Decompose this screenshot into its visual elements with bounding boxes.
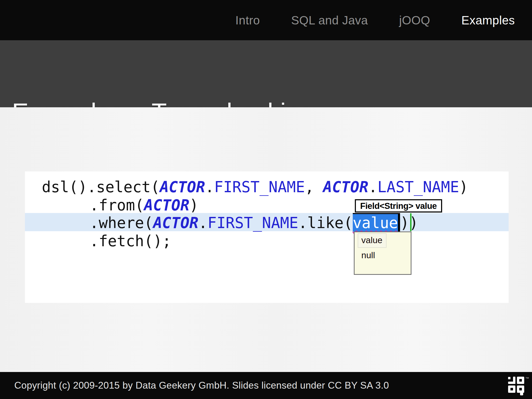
jooq-logo-o-hole bbox=[519, 379, 522, 382]
nav-item-jooq[interactable]: jOOQ bbox=[399, 13, 430, 27]
jooq-logo-o-tile bbox=[508, 385, 515, 393]
jooq-logo-j-tile bbox=[508, 377, 515, 384]
jooq-logo-j-dot bbox=[508, 377, 510, 379]
code-token-actor: ACTOR bbox=[144, 196, 190, 214]
code-token-first-name: FIRST_NAME bbox=[214, 178, 305, 196]
code-token: . bbox=[205, 178, 214, 196]
jooq-logo-o-tile bbox=[517, 377, 524, 384]
copyright-text: Copyright (c) 2009-2015 by Data Geekery … bbox=[14, 380, 389, 391]
jooq-logo-q-tail bbox=[520, 393, 523, 395]
nav-item-intro[interactable]: Intro bbox=[235, 13, 260, 27]
jooq-logo-q-tile bbox=[517, 385, 524, 393]
jooq-logo-q-hole bbox=[519, 388, 522, 390]
code-token-actor: ACTOR bbox=[323, 178, 369, 196]
code-editor-panel: dsl().select(ACTOR.FIRST_NAME, ACTOR.LAS… bbox=[25, 171, 509, 303]
top-nav-bar: Intro SQL and Java jOOQ Examples bbox=[0, 0, 532, 40]
autocomplete-item-value[interactable]: value bbox=[358, 233, 387, 248]
code-token: ) bbox=[189, 196, 198, 214]
code-token-actor: ACTOR bbox=[153, 214, 198, 232]
code-line: dsl().select(ACTOR.FIRST_NAME, ACTOR.LAS… bbox=[42, 178, 468, 196]
type-hover-tooltip: Field<String> value bbox=[355, 199, 442, 212]
nav-item-sql-and-java[interactable]: SQL and Java bbox=[291, 13, 368, 27]
code-token: ) bbox=[459, 178, 468, 196]
code-token: . bbox=[368, 178, 377, 196]
code-token: .like( bbox=[298, 214, 353, 232]
jooq-logo-j-base bbox=[508, 382, 515, 384]
jooq-logo-o-hole bbox=[510, 388, 513, 390]
jooq-logo: ™ bbox=[508, 377, 532, 397]
autocomplete-popup: value null bbox=[354, 231, 411, 275]
slide-header: Examples – Type checking bbox=[0, 40, 532, 107]
autocomplete-item-null[interactable]: null bbox=[361, 250, 375, 260]
code-line: .from(ACTOR) bbox=[90, 196, 198, 214]
slide-footer: Copyright (c) 2009-2015 by Data Geekery … bbox=[0, 372, 532, 399]
code-line-current: .where(ACTOR.FIRST_NAME.like(value)) bbox=[90, 214, 418, 232]
code-token: , bbox=[305, 178, 323, 196]
code-line: .fetch(); bbox=[90, 232, 171, 250]
code-token: .from( bbox=[90, 196, 144, 214]
code-token-first-name: FIRST_NAME bbox=[208, 214, 298, 232]
slide: Intro SQL and Java jOOQ Examples Example… bbox=[0, 0, 532, 399]
nav-item-examples[interactable]: Examples bbox=[461, 13, 515, 27]
code-token: . bbox=[198, 214, 208, 232]
trademark-symbol: ™ bbox=[525, 376, 529, 381]
code-token: )) bbox=[400, 214, 418, 232]
slide-content: dsl().select(ACTOR.FIRST_NAME, ACTOR.LAS… bbox=[0, 107, 532, 372]
code-token: dsl().select( bbox=[42, 178, 160, 196]
code-token: .where( bbox=[90, 214, 153, 232]
code-token: .fetch(); bbox=[90, 232, 171, 250]
code-token-last-name: LAST_NAME bbox=[377, 178, 459, 196]
linked-mode-caret bbox=[410, 213, 411, 231]
code-token-actor: ACTOR bbox=[160, 178, 205, 196]
selected-value-text[interactable]: value bbox=[353, 213, 400, 232]
